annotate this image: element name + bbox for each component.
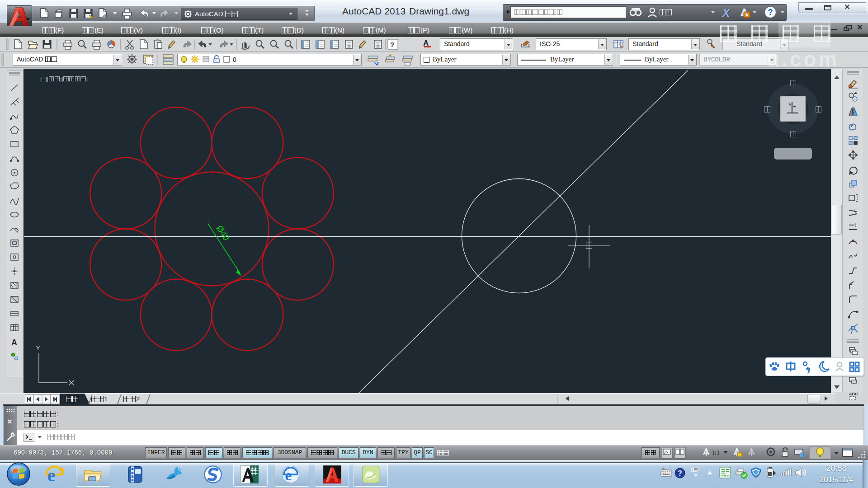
svg-text:31: 31: [726, 474, 730, 478]
svg-text:Y: Y: [36, 344, 40, 352]
svg-text:1:1: 1:1: [712, 450, 720, 456]
svg-text:e: e: [285, 467, 292, 483]
svg-text:Ø40: Ø40: [215, 224, 231, 243]
svg-text:CA: CA: [250, 468, 257, 472]
svg-text:?: ?: [678, 469, 682, 477]
svg-text:ABC: ABC: [849, 392, 858, 396]
svg-text:e: e: [47, 465, 56, 484]
svg-text:?: ?: [390, 41, 394, 48]
svg-text:×: ×: [7, 417, 12, 426]
svg-text:A: A: [11, 338, 17, 347]
